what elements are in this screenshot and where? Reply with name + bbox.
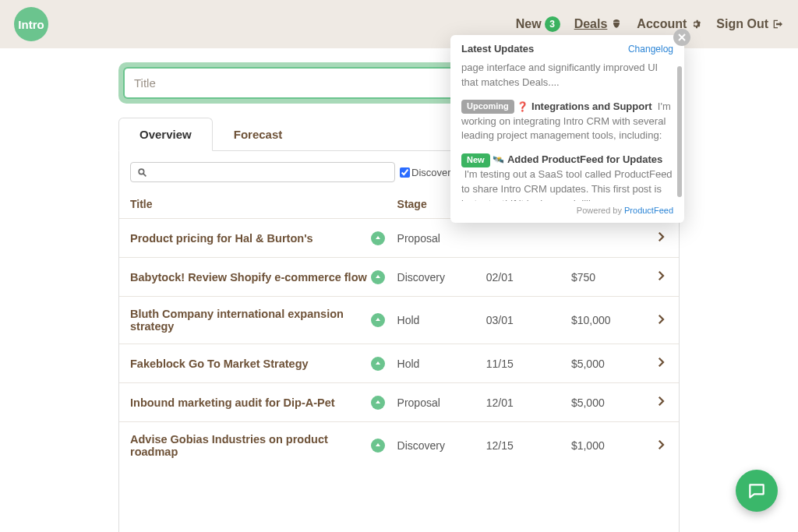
- chevron-right-icon: [654, 230, 668, 244]
- svg-line-1: [143, 174, 146, 176]
- filter-discovery-checkbox[interactable]: [400, 167, 410, 178]
- deal-stage: Discovery: [397, 271, 486, 284]
- question-icon: ❓: [517, 101, 528, 112]
- deal-value: $10,000: [571, 314, 644, 326]
- updates-title: Latest Updates: [461, 43, 534, 55]
- up-circle-icon: [371, 270, 385, 284]
- deal-due: 12/01: [486, 396, 571, 409]
- filter-discovery[interactable]: Discovery: [400, 167, 456, 178]
- row-open-arrow[interactable]: [644, 438, 668, 454]
- nav-new-count: 3: [545, 16, 560, 32]
- update-body: I'm testing out a SaaS tool called Produ…: [461, 168, 673, 201]
- gear-icon: [690, 18, 702, 30]
- up-circle-icon: [371, 231, 385, 245]
- update-title: Integrations and Support: [531, 100, 652, 112]
- deal-title: Inbound marketing audit for Dip-A-Pet: [130, 396, 371, 409]
- chat-icon: [747, 481, 767, 501]
- table-row[interactable]: Bluth Company international expansion st…: [119, 296, 679, 344]
- row-open-arrow[interactable]: [644, 312, 668, 329]
- nav-account[interactable]: Account: [637, 17, 702, 31]
- close-icon: [678, 33, 686, 41]
- table-row[interactable]: Babytock! Review Shopify e-commerce flow…: [119, 257, 679, 296]
- deal-title: Advise Gobias Industries on product road…: [130, 433, 371, 458]
- nav-deals-label: Deals: [574, 17, 608, 31]
- update-pill-upcoming: Upcoming: [461, 100, 514, 114]
- nav-deals[interactable]: Deals: [574, 17, 623, 31]
- chat-fab[interactable]: [736, 470, 778, 512]
- deal-due: 03/01: [486, 314, 571, 326]
- row-open-arrow[interactable]: [644, 230, 668, 246]
- up-circle-icon: [371, 357, 385, 371]
- deal-title: Babytock! Review Shopify e-commerce flow: [130, 271, 371, 284]
- update-item: Upcoming ❓ Integrations and Support I'm …: [461, 100, 673, 144]
- row-open-arrow[interactable]: [644, 394, 668, 410]
- updates-scrollbar[interactable]: [677, 66, 682, 197]
- signout-icon: [772, 18, 784, 30]
- updates-changelog-link[interactable]: Changelog: [628, 44, 673, 55]
- table-row[interactable]: Inbound marketing audit for Dip-A-Pet Pr…: [119, 382, 679, 421]
- update-pill-new: New: [461, 153, 490, 167]
- deal-value: $5,000: [571, 396, 644, 409]
- updates-close-button[interactable]: [673, 29, 690, 46]
- deal-value: $750: [571, 271, 644, 284]
- nav-signout[interactable]: Sign Out: [716, 17, 784, 31]
- deal-title: Product pricing for Hal & Burton's: [130, 232, 371, 245]
- deal-due: 02/01: [486, 271, 571, 284]
- update-title: Added ProductFeed for Updates: [507, 153, 662, 165]
- up-circle-icon: [371, 439, 385, 453]
- filter-search-input[interactable]: [130, 162, 395, 182]
- update-item: New 🛰️ Added ProductFeed for Updates I'm…: [461, 153, 673, 201]
- deal-due: 11/15: [486, 358, 571, 370]
- deal-stage: Hold: [397, 314, 486, 326]
- col-title: Title: [130, 198, 397, 210]
- deal-value: $5,000: [571, 358, 644, 370]
- search-icon: [137, 167, 147, 178]
- deal-value: $1,000: [571, 439, 644, 452]
- nav-signout-label: Sign Out: [716, 17, 768, 31]
- up-circle-icon: [371, 313, 385, 327]
- nav-new-label: New: [516, 17, 542, 31]
- chevron-right-icon: [654, 269, 668, 283]
- table-row[interactable]: Advise Gobias Industries on product road…: [119, 421, 679, 469]
- updates-footer: Powered by ProductFeed: [450, 201, 684, 223]
- deal-due: 12/15: [486, 439, 571, 452]
- chevron-right-icon: [654, 438, 668, 452]
- acorn-icon: [610, 18, 623, 30]
- deal-stage: Discovery: [397, 439, 486, 452]
- chevron-right-icon: [654, 355, 668, 369]
- nav-new[interactable]: New 3: [516, 16, 560, 32]
- chevron-right-icon: [654, 394, 668, 408]
- row-open-arrow[interactable]: [644, 355, 668, 372]
- tab-overview[interactable]: Overview: [118, 118, 213, 151]
- svg-point-0: [139, 169, 144, 174]
- filter-discovery-label: Discovery: [411, 167, 456, 178]
- deal-stage: Proposal: [397, 232, 486, 245]
- chevron-right-icon: [654, 312, 668, 326]
- tab-forecast[interactable]: Forecast: [213, 118, 304, 151]
- deal-stage: Hold: [397, 358, 486, 370]
- table-row[interactable]: Product pricing for Hal & Burton's Propo…: [119, 218, 679, 257]
- app-logo[interactable]: Intro: [14, 7, 48, 41]
- update-snippet: page interface and significantly improve…: [461, 61, 673, 90]
- updates-panel: Latest Updates Changelog page interface …: [450, 35, 684, 223]
- productfeed-link[interactable]: ProductFeed: [624, 206, 673, 215]
- satellite-icon: 🛰️: [493, 154, 504, 165]
- row-open-arrow[interactable]: [644, 269, 668, 285]
- up-circle-icon: [371, 396, 385, 410]
- table-row[interactable]: Fakeblock Go To Market Strategy Hold 11/…: [119, 344, 679, 382]
- deal-stage: Proposal: [397, 396, 486, 409]
- deal-title: Bluth Company international expansion st…: [130, 308, 371, 333]
- deal-title: Fakeblock Go To Market Strategy: [130, 358, 371, 370]
